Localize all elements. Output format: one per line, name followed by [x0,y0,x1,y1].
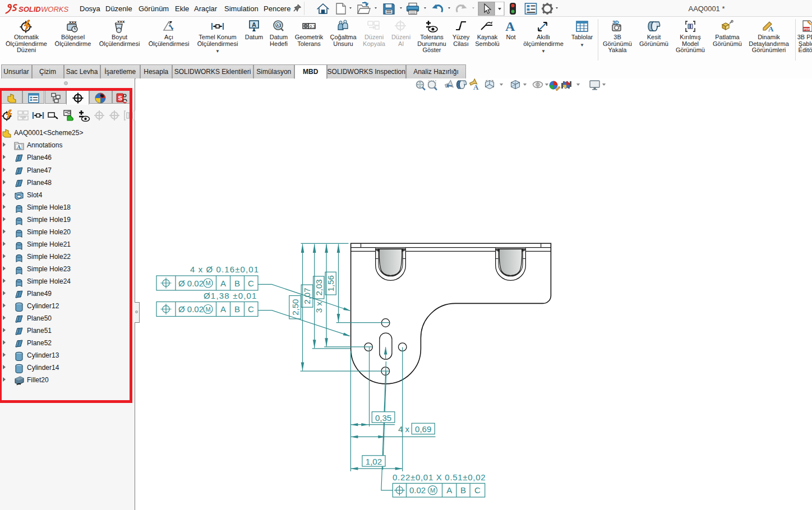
svg-text:Ø1,38 ±0,01: Ø1,38 ±0,01 [204,291,257,300]
svg-text:1,02: 1,02 [366,457,382,466]
svg-text:2,03: 2,03 [314,279,324,295]
svg-text:A: A [473,83,479,91]
svg-text:B: B [460,485,466,495]
svg-text:4 x: 4 x [398,424,410,434]
svg-text:1,56: 1,56 [326,275,335,291]
svg-text:M: M [430,487,435,494]
svg-text:0.22±0,01 X 0.51±0,02: 0.22±0,01 X 0.51±0,02 [393,472,486,482]
svg-text:C: C [474,485,481,495]
svg-text:C: C [248,279,254,288]
svg-text:4 x Ø 0.16±0,01: 4 x Ø 0.16±0,01 [190,265,259,274]
svg-text:A: A [220,304,226,314]
svg-text:2,50: 2,50 [290,299,300,316]
svg-text:M: M [205,280,210,286]
svg-text:B: B [234,304,240,314]
svg-text:A: A [446,485,452,495]
svg-text:B: B [234,279,240,288]
svg-text:0,35: 0,35 [375,413,391,423]
svg-text:M: M [205,306,210,313]
svg-text:C: C [248,304,254,314]
svg-text:Ø 0.02: Ø 0.02 [178,279,204,288]
svg-text:0,69: 0,69 [415,424,431,434]
svg-text:Ø 0.02: Ø 0.02 [178,304,204,314]
svg-text:0.02: 0.02 [409,485,426,495]
svg-text:3 x: 3 x [314,302,324,313]
svg-text:2,07: 2,07 [302,288,312,304]
svg-text:A: A [220,279,226,288]
